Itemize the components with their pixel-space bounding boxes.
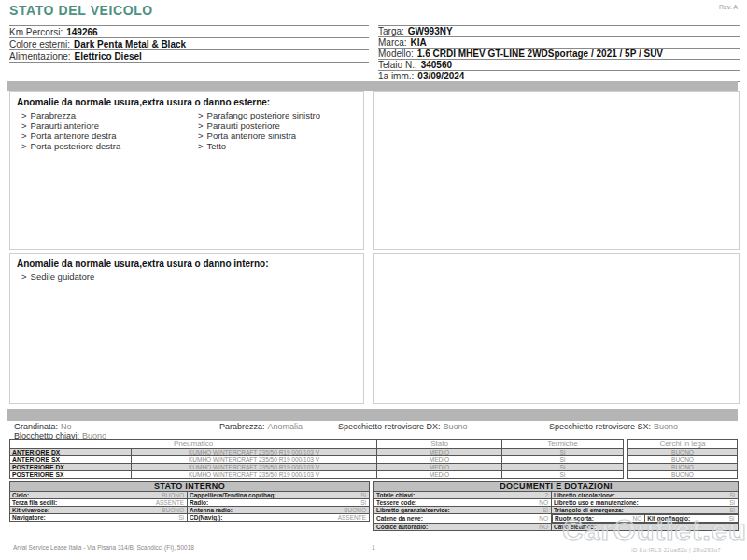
info-row-modello: Modello: 1.6 CRDI MHEV GT-LINE 2WDSporta… xyxy=(378,49,740,60)
field-label: Cappelliera/Tendina copribag: xyxy=(190,492,276,498)
info-row-marca: Marca: KIA xyxy=(378,37,740,49)
tire-stato: MEDIO xyxy=(377,471,502,479)
field-value: Si xyxy=(543,507,548,513)
damage-item: >Paraurti posteriore xyxy=(198,120,363,131)
damage-item-label: Parabrezza xyxy=(31,110,77,120)
cerchi-value: BUONO xyxy=(628,471,738,479)
revision-label: Rev. A xyxy=(719,4,738,10)
cerchi-row: BUONO xyxy=(628,471,738,479)
tire-termiche: Si xyxy=(502,464,624,471)
exterior-photo-area xyxy=(374,91,740,250)
tire-row: POSTERIORE SX KUMHO WINTERCRAFT 235/50 R… xyxy=(10,471,624,479)
status-label: Grandinata: xyxy=(14,422,58,431)
tire-stato: MEDIO xyxy=(377,456,502,464)
table-row: Libretto garanzia/service:Si Triangolo d… xyxy=(374,507,739,514)
field-value: Si xyxy=(360,499,366,506)
damage-item-label: Sedile guidatore xyxy=(31,272,95,282)
damage-item-label: Parafango posteriore sinistro xyxy=(207,110,320,120)
tire-position: POSTERIORE DX xyxy=(10,464,132,471)
separator-bar-mid xyxy=(7,409,738,421)
damage-item-label: Porta posteriore destra xyxy=(31,141,121,151)
interior-damage-title: Anomalie da normale usura,extra usura o … xyxy=(10,254,363,272)
status-grandinata: Grandinata:No xyxy=(14,422,72,431)
field-label: Marca: xyxy=(378,37,407,48)
info-row-alimentazione: Alimentazione: Elettrico Diesel xyxy=(9,50,369,63)
damage-item: >Tetto xyxy=(198,141,363,151)
tires-table: Pneumatico Stato Termiche ANTERIORE DX K… xyxy=(9,439,624,479)
status-label: Parabrezza: xyxy=(219,422,265,431)
field-label: Alimentazione: xyxy=(9,51,71,62)
exterior-damage-title: Anomalie da normale usura,extra usura o … xyxy=(10,92,363,110)
item-bullet: > xyxy=(21,120,27,131)
tires-header-row: Pneumatico Stato Termiche xyxy=(10,440,624,449)
field-value: BUONO xyxy=(344,507,366,513)
field-label: Modello: xyxy=(378,49,414,59)
field-label: Terza fila sedili: xyxy=(12,499,57,506)
caroutlet-watermark: CarOutlet.eu xyxy=(562,514,747,548)
field-value: Si xyxy=(729,507,735,513)
tire-spec: KUMHO WINTERCRAFT 235/50 R19 000/103 V xyxy=(132,464,377,471)
field-label: Libretto circolazione: xyxy=(554,492,615,498)
tire-termiche: Si xyxy=(502,456,624,464)
item-bullet: > xyxy=(21,131,27,141)
field-label: Catene da neve: xyxy=(376,515,423,522)
status-value: Anomalia xyxy=(268,422,303,431)
tire-spec: KUMHO WINTERCRAFT 235/50 R19 000/103 V xyxy=(132,471,377,479)
documenti-title: DOCUMENTI E DOTAZIONI xyxy=(374,482,739,492)
tire-stato: MEDIO xyxy=(377,449,502,456)
interior-damage-box: Anomalie da normale usura,extra usura o … xyxy=(9,253,364,404)
status-value: No xyxy=(61,422,72,431)
documenti-caption-row: DOCUMENTI E DOTAZIONI xyxy=(374,482,739,492)
field-label: Triangolo di emergenza: xyxy=(554,507,624,513)
info-row-telaio: Telaio N.: 340560 xyxy=(378,60,740,71)
info-row-km: Km Percorsi: 149266 xyxy=(9,26,369,38)
interior-photo-area xyxy=(374,253,740,404)
field-value: 149266 xyxy=(66,27,97,37)
field-label: Tessere code: xyxy=(376,499,416,506)
exterior-damage-list: >Parabrezza >Paraurti anteriore >Porta a… xyxy=(10,110,363,151)
field-value: Si xyxy=(178,514,184,521)
status-specchietto-dx: Specchietto retrovisore DX:Buono xyxy=(338,422,468,431)
status-parabrezza: Parabrezza:Anomalia xyxy=(219,422,303,431)
col-header-pneumatico: Pneumatico xyxy=(10,440,377,449)
field-label: Antenna radio: xyxy=(190,507,233,513)
separator-bar-top xyxy=(7,81,738,91)
field-label: Codice autoradio: xyxy=(376,524,428,530)
item-bullet: > xyxy=(198,120,204,131)
exterior-damage-box: Anomalie da normale usura,extra usura o … xyxy=(9,91,364,250)
tire-stato: MEDIO xyxy=(377,464,502,471)
field-value: ASSENTE xyxy=(156,499,184,506)
cerchi-value: BUONO xyxy=(628,449,738,456)
damage-col-1: >Sedile guidatore xyxy=(10,272,187,282)
tire-row: POSTERIORE DX KUMHO WINTERCRAFT 235/50 R… xyxy=(10,464,624,471)
field-value: Si xyxy=(360,492,366,498)
field-label: Targa: xyxy=(378,26,404,36)
table-row: Tessere code:NO Libretto uso e manutenzi… xyxy=(374,499,739,507)
field-value: BUONO xyxy=(162,507,184,513)
interior-damage-list: >Sedile guidatore xyxy=(10,272,363,282)
damage-item-label: Paraurti posteriore xyxy=(207,120,280,131)
status-label: Specchietto retrovisore DX: xyxy=(338,422,441,431)
field-value: KIA xyxy=(411,37,427,48)
field-value: GW993NY xyxy=(408,26,453,36)
field-label: Totale chiavi: xyxy=(376,492,415,498)
field-label: Kit vivavoce: xyxy=(12,507,49,513)
stato-interno-table: STATO INTERNO Cielo:BUONO Cappelliera/Te… xyxy=(9,481,370,522)
status-value: Buono xyxy=(654,422,678,431)
tire-row: ANTERIORE SX KUMHO WINTERCRAFT 235/50 R1… xyxy=(10,456,624,464)
col-header-stato: Stato xyxy=(377,440,502,449)
item-bullet: > xyxy=(198,141,204,151)
damage-item-label: Porta anteriore destra xyxy=(31,131,117,141)
field-value: NO xyxy=(539,524,548,530)
field-value: 1.6 CRDI MHEV GT-LINE 2WDSportage / 2021… xyxy=(417,49,663,59)
tire-position: POSTERIORE SX xyxy=(10,471,132,479)
damage-item: >Sedile guidatore xyxy=(21,272,187,282)
item-bullet: > xyxy=(21,110,27,120)
tire-position: ANTERIORE SX xyxy=(10,456,132,464)
vehicle-info-right: Targa: GW993NY Marca: KIA Modello: 1.6 C… xyxy=(378,25,740,82)
stato-interno-caption-row: STATO INTERNO xyxy=(10,482,370,492)
cerchi-row: BUONO xyxy=(628,449,738,456)
item-bullet: > xyxy=(21,141,27,151)
cerchi-row: BUONO xyxy=(628,464,738,471)
status-value: Buono xyxy=(444,422,468,431)
